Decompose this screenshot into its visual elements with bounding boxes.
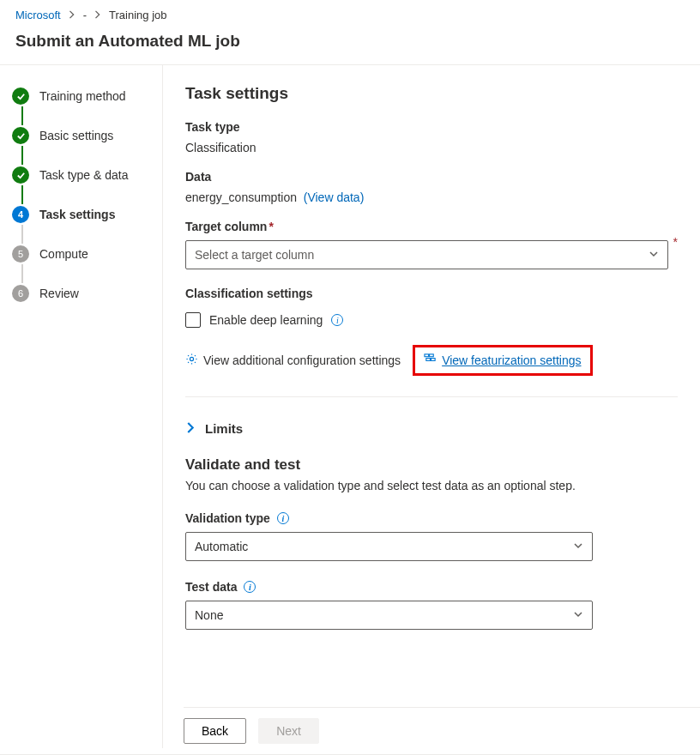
- chevron-down-icon: [649, 248, 659, 262]
- chevron-down-icon: [573, 608, 583, 622]
- validation-type-label: Validation type: [185, 511, 270, 525]
- select-placeholder: Select a target column: [195, 248, 314, 262]
- required-asterisk: *: [269, 220, 273, 233]
- additional-config-link[interactable]: View additional configuration settings: [185, 353, 401, 368]
- target-column-label: Target column*: [185, 220, 678, 233]
- back-button[interactable]: Back: [184, 718, 246, 744]
- svg-point-0: [190, 357, 193, 360]
- info-icon[interactable]: i: [244, 581, 256, 593]
- step-label: Task type & data: [39, 168, 129, 182]
- featurization-settings-link[interactable]: View featurization settings: [424, 353, 581, 368]
- breadcrumb-root[interactable]: Microsoft: [15, 9, 61, 21]
- step-label: Task settings: [39, 208, 115, 221]
- main-content: Task settings Task type Classification D…: [163, 65, 700, 748]
- step-connector: [21, 264, 23, 283]
- step-label: Review: [39, 287, 79, 300]
- chevron-right-icon: [185, 421, 196, 436]
- step-connector: [21, 185, 23, 204]
- chevron-down-icon: [573, 540, 583, 553]
- data-value-row: energy_consumption (View data): [185, 190, 678, 204]
- data-name-value: energy_consumption: [185, 190, 297, 204]
- svg-rect-2: [430, 354, 434, 357]
- check-circle-icon: [12, 166, 29, 184]
- enable-deep-learning-row: Enable deep learning i: [185, 312, 678, 328]
- validate-test-title: Validate and test: [185, 456, 678, 474]
- svg-rect-4: [431, 359, 436, 361]
- task-type-value: Classification: [185, 141, 678, 154]
- check-circle-icon: [12, 127, 29, 144]
- task-type-label: Task type: [185, 120, 678, 134]
- required-asterisk: *: [673, 235, 678, 249]
- validation-type-select[interactable]: Automatic: [185, 532, 593, 561]
- step-task-settings[interactable]: 4 Task settings: [12, 204, 150, 225]
- step-compute[interactable]: 5 Compute: [12, 244, 150, 264]
- featurization-settings-label[interactable]: View featurization settings: [442, 353, 581, 367]
- test-data-value: None: [195, 608, 223, 622]
- validation-type-value: Automatic: [195, 540, 248, 553]
- step-connector: [21, 225, 23, 244]
- check-circle-icon: [12, 88, 29, 105]
- step-label: Training method: [39, 89, 126, 103]
- section-title: Task settings: [185, 84, 678, 103]
- test-data-select[interactable]: None: [185, 601, 593, 630]
- limits-label: Limits: [205, 421, 243, 436]
- step-number-icon: 6: [12, 285, 29, 302]
- wizard-footer: Back Next: [184, 707, 700, 754]
- validate-test-desc: You can choose a validation type and sel…: [185, 479, 678, 492]
- additional-config-label: View additional configuration settings: [203, 353, 401, 367]
- step-training-method[interactable]: Training method: [12, 86, 150, 106]
- breadcrumb: Microsoft - Training job: [0, 0, 700, 27]
- test-data-label: Test data: [185, 580, 237, 594]
- enable-deep-learning-checkbox[interactable]: [185, 312, 201, 328]
- step-number-icon: 5: [12, 245, 29, 263]
- featurization-highlight: View featurization settings: [413, 345, 592, 376]
- enable-deep-learning-label: Enable deep learning: [209, 313, 323, 327]
- step-label: Compute: [39, 247, 88, 261]
- step-label: Basic settings: [39, 129, 113, 142]
- data-label: Data: [185, 170, 678, 184]
- featurization-icon: [424, 353, 437, 368]
- step-connector: [21, 106, 23, 125]
- step-review[interactable]: 6 Review: [12, 283, 150, 304]
- limits-toggle[interactable]: Limits: [185, 421, 678, 436]
- page-title: Submit an Automated ML job: [0, 27, 700, 64]
- target-column-select[interactable]: Select a target column: [185, 240, 668, 269]
- chevron-right-icon: [94, 9, 102, 21]
- classification-settings-label: Classification settings: [185, 287, 678, 300]
- chevron-right-icon: [68, 9, 76, 21]
- breadcrumb-mid: -: [83, 9, 87, 21]
- view-data-link[interactable]: (View data): [304, 190, 365, 204]
- step-task-type-data[interactable]: Task type & data: [12, 165, 150, 185]
- step-connector: [21, 146, 23, 165]
- info-icon[interactable]: i: [331, 314, 343, 326]
- svg-rect-1: [425, 354, 429, 357]
- step-basic-settings[interactable]: Basic settings: [12, 125, 150, 146]
- info-icon[interactable]: i: [277, 512, 289, 524]
- breadcrumb-current: Training job: [109, 9, 166, 21]
- step-number-icon: 4: [12, 206, 29, 223]
- gear-icon: [185, 353, 198, 368]
- svg-rect-3: [426, 359, 431, 361]
- next-button: Next: [258, 718, 319, 744]
- wizard-stepper: Training method Basic settings Task type…: [0, 65, 163, 748]
